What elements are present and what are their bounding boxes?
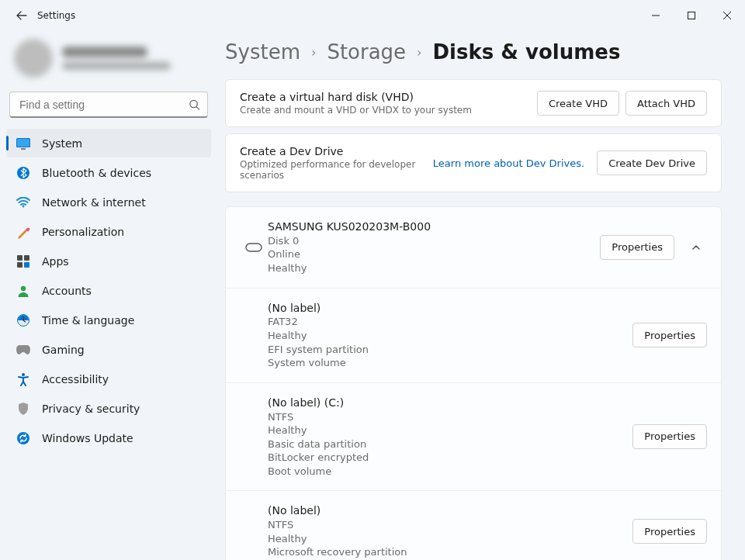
volume-row[interactable]: (No label) (C:) NTFS Healthy Basic data … bbox=[226, 383, 721, 492]
disk-group: SAMSUNG KUS020203M-B000 Disk 0 Online He… bbox=[225, 206, 722, 560]
svg-rect-9 bbox=[17, 262, 23, 268]
maximize-button[interactable] bbox=[674, 3, 709, 28]
disk-row[interactable]: SAMSUNG KUS020203M-B000 Disk 0 Online He… bbox=[226, 207, 721, 289]
sidebar-item-label: Privacy & security bbox=[42, 403, 140, 415]
volume-fs: NTFS bbox=[268, 410, 632, 424]
sidebar-item-privacy[interactable]: Privacy & security bbox=[6, 394, 211, 423]
sidebar-item-label: Bluetooth & devices bbox=[42, 167, 151, 179]
vhd-card-desc: Create and mount a VHD or VHDX to your s… bbox=[240, 105, 537, 116]
update-icon bbox=[16, 430, 31, 446]
create-devdrive-button[interactable]: Create Dev Drive bbox=[597, 150, 707, 175]
close-icon bbox=[723, 12, 731, 19]
chevron-up-icon bbox=[691, 242, 702, 253]
devdrive-card-desc: Optimized performance for developer scen… bbox=[240, 159, 433, 181]
vhd-card-title: Create a virtual hard disk (VHD) bbox=[240, 91, 537, 103]
svg-rect-10 bbox=[24, 262, 29, 268]
svg-point-11 bbox=[21, 285, 26, 290]
sidebar-item-label: System bbox=[42, 137, 82, 150]
collapse-button[interactable] bbox=[685, 237, 707, 258]
sidebar: System Bluetooth & devices Network & int… bbox=[0, 31, 217, 560]
svg-point-6 bbox=[23, 205, 25, 207]
disk-name: SAMSUNG KUS020203M-B000 bbox=[268, 220, 600, 234]
sidebar-item-label: Accessibility bbox=[42, 373, 109, 385]
shield-icon bbox=[16, 401, 31, 417]
devdrive-card-title: Create a Dev Drive bbox=[240, 145, 433, 157]
volume-role: Boot volume bbox=[268, 465, 632, 479]
volume-type: Microsoft recovery partition bbox=[268, 545, 632, 559]
disk-health: Healthy bbox=[268, 261, 600, 275]
create-vhd-button[interactable]: Create VHD bbox=[537, 91, 619, 116]
sidebar-item-apps[interactable]: Apps bbox=[6, 247, 211, 275]
sidebar-item-label: Gaming bbox=[42, 344, 85, 356]
devdrive-card: Create a Dev Drive Optimized performance… bbox=[225, 133, 722, 192]
breadcrumb-system[interactable]: System bbox=[225, 40, 300, 64]
volume-fs: NTFS bbox=[268, 518, 632, 532]
accessibility-icon bbox=[16, 372, 31, 387]
svg-rect-3 bbox=[17, 139, 29, 147]
volume-fs: FAT32 bbox=[268, 315, 632, 329]
sidebar-item-update[interactable]: Windows Update bbox=[6, 423, 211, 452]
svg-rect-7 bbox=[17, 255, 23, 261]
disk-number: Disk 0 bbox=[268, 234, 600, 248]
volume-encryption: BitLocker encrypted bbox=[268, 451, 632, 465]
avatar bbox=[14, 39, 53, 78]
breadcrumb-storage[interactable]: Storage bbox=[327, 40, 406, 64]
svg-rect-4 bbox=[21, 148, 26, 150]
minimize-icon bbox=[652, 12, 660, 19]
nav: System Bluetooth & devices Network & int… bbox=[6, 129, 211, 452]
accounts-icon bbox=[16, 283, 31, 299]
sidebar-item-system[interactable]: System bbox=[6, 129, 211, 157]
search-wrap bbox=[9, 92, 208, 118]
volume-title: (No label) bbox=[268, 503, 632, 518]
devdrive-learn-link[interactable]: Learn more about Dev Drives. bbox=[433, 157, 584, 169]
sidebar-item-label: Accounts bbox=[42, 285, 92, 297]
close-button[interactable] bbox=[709, 3, 745, 28]
volume-properties-button[interactable]: Properties bbox=[632, 424, 707, 449]
app-title: Settings bbox=[37, 10, 75, 21]
volume-title: (No label) (C:) bbox=[268, 396, 632, 410]
sidebar-item-accounts[interactable]: Accounts bbox=[6, 276, 211, 305]
vhd-card: Create a virtual hard disk (VHD) Create … bbox=[225, 79, 722, 127]
minimize-button[interactable] bbox=[638, 3, 674, 28]
back-button[interactable] bbox=[9, 3, 34, 28]
titlebar: Settings bbox=[0, 0, 745, 31]
sidebar-item-network[interactable]: Network & internet bbox=[6, 188, 211, 216]
profile[interactable] bbox=[6, 34, 211, 88]
sidebar-item-label: Windows Update bbox=[42, 432, 133, 444]
sidebar-item-bluetooth[interactable]: Bluetooth & devices bbox=[6, 158, 211, 187]
chevron-right-icon: › bbox=[311, 45, 316, 60]
volume-properties-button[interactable]: Properties bbox=[632, 323, 707, 347]
system-icon bbox=[16, 136, 31, 151]
breadcrumb-current: Disks & volumes bbox=[433, 40, 621, 64]
sidebar-item-label: Network & internet bbox=[42, 196, 146, 209]
sidebar-item-label: Personalization bbox=[42, 226, 124, 238]
sidebar-item-time[interactable]: Time & language bbox=[6, 306, 211, 334]
bluetooth-icon bbox=[16, 165, 31, 181]
search-input[interactable] bbox=[9, 92, 208, 118]
gaming-icon bbox=[16, 342, 31, 358]
sidebar-item-label: Apps bbox=[42, 255, 69, 268]
volume-health: Healthy bbox=[268, 329, 632, 343]
attach-vhd-button[interactable]: Attach VHD bbox=[625, 91, 707, 116]
volume-type: EFI system partition bbox=[268, 343, 632, 357]
volume-row[interactable]: (No label) NTFS Healthy Microsoft recove… bbox=[226, 491, 721, 560]
sidebar-item-gaming[interactable]: Gaming bbox=[6, 335, 211, 364]
volume-health: Healthy bbox=[268, 532, 632, 546]
volume-title: (No label) bbox=[268, 301, 632, 316]
time-icon bbox=[16, 313, 31, 328]
svg-point-14 bbox=[17, 432, 29, 444]
main: System › Storage › Disks & volumes Creat… bbox=[217, 31, 745, 560]
svg-rect-8 bbox=[24, 255, 29, 261]
volume-properties-button[interactable]: Properties bbox=[632, 519, 707, 544]
sidebar-item-label: Time & language bbox=[42, 314, 134, 327]
svg-rect-0 bbox=[688, 12, 695, 19]
sidebar-item-personalization[interactable]: Personalization bbox=[6, 217, 211, 246]
svg-rect-15 bbox=[246, 244, 262, 251]
disk-icon bbox=[240, 243, 268, 252]
disk-properties-button[interactable]: Properties bbox=[600, 235, 674, 260]
search-icon bbox=[189, 99, 200, 111]
svg-point-13 bbox=[22, 373, 25, 376]
volume-type: Basic data partition bbox=[268, 437, 632, 451]
sidebar-item-accessibility[interactable]: Accessibility bbox=[6, 365, 211, 393]
volume-row[interactable]: (No label) FAT32 Healthy EFI system part… bbox=[226, 289, 721, 383]
